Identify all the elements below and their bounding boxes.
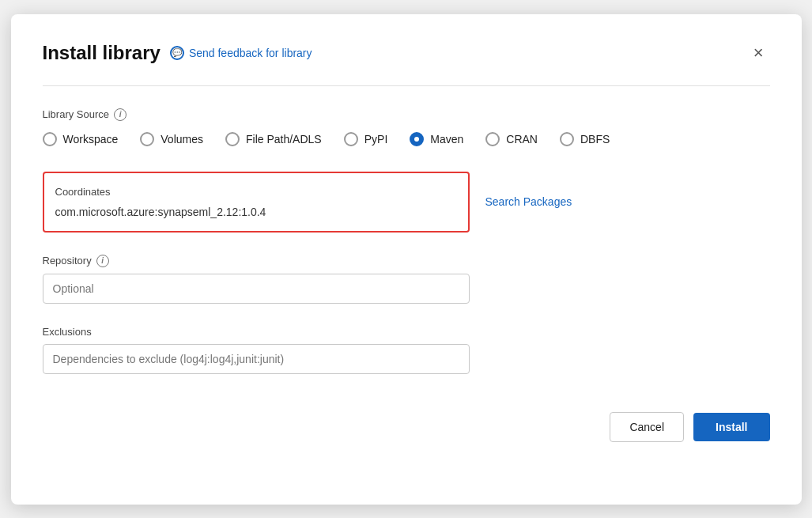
library-source-label: Library Source i (43, 108, 770, 121)
radio-label-filepath: File Path/ADLS (246, 133, 322, 146)
radio-workspace[interactable]: Workspace (43, 132, 119, 146)
dialog-title: Install library (43, 42, 161, 64)
radio-circle-dbfs (560, 132, 574, 146)
exclusions-label: Exclusions (43, 326, 770, 338)
radio-label-volumes: Volumes (161, 133, 203, 146)
radio-dbfs[interactable]: DBFS (560, 132, 610, 146)
cancel-button[interactable]: Cancel (610, 412, 684, 442)
title-area: Install library 💬 Send feedback for libr… (43, 42, 312, 64)
radio-label-cran: CRAN (506, 133, 538, 146)
repository-info-icon: i (96, 255, 109, 267)
radio-circle-pypi (344, 132, 358, 146)
library-source-info-icon: i (114, 108, 127, 121)
radio-maven[interactable]: Maven (410, 132, 463, 146)
exclusions-input[interactable] (43, 344, 470, 374)
divider (43, 85, 770, 86)
radio-label-maven: Maven (430, 133, 463, 146)
install-library-dialog: Install library 💬 Send feedback for libr… (11, 14, 802, 505)
radio-filepath[interactable]: File Path/ADLS (225, 132, 322, 146)
coordinates-section: Coordinates Search Packages (43, 172, 770, 233)
radio-circle-cran (485, 132, 500, 146)
repository-label: Repository i (43, 255, 770, 267)
coordinates-label: Coordinates (55, 186, 457, 198)
radio-cran[interactable]: CRAN (485, 132, 538, 146)
radio-circle-filepath (225, 132, 240, 146)
coordinates-input[interactable] (55, 206, 457, 218)
install-button[interactable]: Install (693, 413, 769, 441)
dialog-header: Install library 💬 Send feedback for libr… (43, 40, 770, 66)
feedback-icon: 💬 (170, 46, 184, 60)
radio-circle-workspace (43, 132, 57, 146)
radio-pypi[interactable]: PyPI (344, 132, 388, 146)
radio-label-workspace: Workspace (63, 133, 119, 146)
radio-volumes[interactable]: Volumes (140, 132, 203, 146)
coordinates-row: Coordinates Search Packages (43, 172, 770, 233)
coordinates-box: Coordinates (43, 172, 470, 233)
radio-label-pypi: PyPI (364, 133, 388, 146)
radio-circle-maven (410, 132, 424, 146)
library-source-radio-group: Workspace Volumes File Path/ADLS PyPI Ma… (43, 132, 770, 146)
repository-input[interactable] (43, 274, 470, 304)
feedback-link-text: Send feedback for library (189, 47, 312, 59)
close-button[interactable]: × (747, 40, 770, 66)
repository-section: Repository i (43, 255, 770, 304)
search-packages-link[interactable]: Search Packages (485, 195, 572, 208)
radio-label-dbfs: DBFS (580, 133, 610, 146)
feedback-link[interactable]: 💬 Send feedback for library (170, 46, 312, 60)
exclusions-section: Exclusions (43, 326, 770, 374)
radio-circle-volumes (140, 132, 154, 146)
dialog-footer: Cancel Install (43, 412, 770, 442)
